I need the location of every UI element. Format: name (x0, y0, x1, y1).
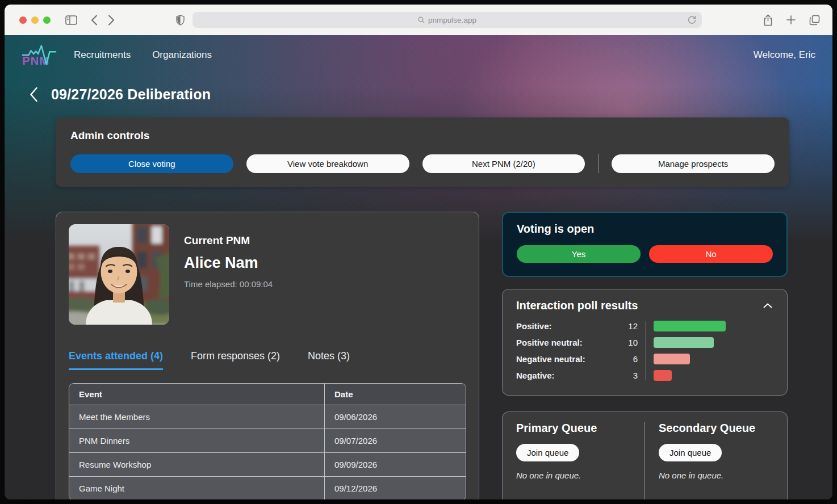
nav-item-organizations[interactable]: Organizations (152, 49, 212, 61)
tab-overview-icon[interactable] (809, 15, 820, 26)
back-chevron-icon[interactable] (30, 87, 38, 102)
poll-bar-cell (654, 354, 773, 364)
welcome-text: Welcome, Eric (754, 49, 815, 61)
admin-controls-card: Admin controls Close voting View vote br… (56, 117, 789, 187)
zoom-window-button[interactable] (43, 16, 51, 24)
sidebar-toggle-icon[interactable] (65, 15, 77, 25)
collapse-chevron-icon[interactable] (762, 302, 773, 309)
secondary-queue-heading: Secondary Queue (659, 422, 773, 435)
event-cell: Resume Workshop (69, 452, 325, 476)
traffic-lights (19, 16, 51, 24)
reload-icon[interactable] (687, 15, 697, 26)
secondary-queue: Secondary Queue Join queue No one in que… (645, 422, 773, 499)
date-cell: 09/09/2026 (325, 452, 466, 476)
table-header-row: Event Date (69, 384, 466, 405)
interaction-poll-card: Interaction poll results Positive:12Posi… (502, 289, 788, 396)
search-icon (418, 16, 425, 23)
primary-queue: Primary Queue Join queue No one in queue… (516, 422, 645, 499)
vote-yes-button[interactable]: Yes (517, 245, 641, 263)
new-tab-icon[interactable] (786, 15, 796, 24)
url-text: pnmpulse.app (428, 16, 476, 24)
event-cell: PNM Dinners (69, 429, 325, 452)
poll-value: 6 (617, 354, 638, 364)
pnm-logo[interactable]: PNM (22, 42, 58, 68)
browser-window: pnmpulse.app (5, 5, 832, 499)
close-window-button[interactable] (19, 16, 27, 24)
manage-prospects-button[interactable]: Manage prospects (612, 154, 775, 173)
tab-events[interactable]: Events attended (4) (69, 350, 163, 370)
secondary-queue-empty-text: No one in queue. (659, 471, 773, 480)
poll-heading: Interaction poll results (516, 299, 638, 312)
time-elapsed: Time elapsed: 00:09:04 (184, 279, 273, 289)
current-pnm-card: Current PNM Alice Nam Time elapsed: 00:0… (56, 212, 479, 499)
minimize-window-button[interactable] (31, 16, 39, 24)
pnm-name: Alice Nam (184, 254, 273, 272)
date-cell: 09/06/2026 (325, 405, 466, 429)
poll-value: 12 (617, 321, 638, 331)
primary-queue-heading: Primary Queue (516, 422, 631, 435)
poll-value: 3 (617, 371, 638, 380)
primary-join-queue-button[interactable]: Join queue (516, 444, 579, 461)
page-title: 09/27/2026 Deliberation (51, 86, 211, 103)
poll-bar (654, 337, 714, 348)
current-pnm-heading: Current PNM (184, 234, 273, 247)
poll-value: 10 (617, 338, 638, 347)
event-cell: Game Night (69, 476, 325, 499)
button-divider (598, 154, 599, 173)
voting-status-heading: Voting is open (517, 222, 773, 236)
queues-card: Primary Queue Join queue No one in queue… (502, 411, 788, 499)
poll-bar (654, 321, 726, 331)
poll-results: Positive:12Positive neutral:10Negative n… (516, 321, 773, 381)
column-header-event: Event (69, 384, 325, 405)
primary-queue-empty-text: No one in queue. (516, 471, 631, 480)
poll-category-label: Positive: (516, 321, 617, 331)
page-header: 09/27/2026 Deliberation (5, 86, 832, 103)
secondary-join-queue-button[interactable]: Join queue (659, 444, 722, 461)
close-voting-button[interactable]: Close voting (70, 154, 233, 173)
events-table: Event Date Meet the Members09/06/2026PNM… (69, 383, 466, 499)
nav-links: RecruitmentsOrganizations (74, 49, 233, 61)
address-bar[interactable]: pnmpulse.app (192, 12, 702, 28)
next-pnm-button[interactable]: Next PNM (2/20) (422, 154, 585, 173)
privacy-shield-icon[interactable] (176, 15, 185, 26)
browser-titlebar: pnmpulse.app (5, 5, 832, 35)
poll-category-label: Positive neutral: (516, 338, 617, 347)
table-row: Meet the Members09/06/2026 (69, 405, 466, 429)
admin-controls-heading: Admin controls (70, 129, 775, 142)
tab-notes[interactable]: Notes (3) (308, 350, 350, 370)
share-icon[interactable] (763, 14, 773, 26)
table-row: Resume Workshop09/09/2026 (69, 452, 466, 476)
column-header-date: Date (325, 384, 466, 405)
poll-category-label: Negative: (516, 371, 617, 380)
date-cell: 09/07/2026 (325, 429, 466, 452)
tab-forms[interactable]: Form responses (2) (191, 350, 280, 370)
view-vote-breakdown-button[interactable]: View vote breakdown (246, 154, 409, 173)
app-content: PNM RecruitmentsOrganizations Welcome, E… (5, 35, 832, 499)
forward-icon[interactable] (108, 15, 115, 26)
poll-bar-cell (654, 337, 773, 348)
poll-bar-cell (654, 321, 773, 331)
pnm-tabs: Events attended (4)Form responses (2)Not… (69, 350, 466, 370)
vote-no-button[interactable]: No (649, 245, 773, 263)
poll-category-label: Negative neutral: (516, 354, 617, 364)
date-cell: 09/12/2026 (325, 476, 466, 499)
poll-bar-cell (654, 370, 773, 381)
nav-item-recruitments[interactable]: Recruitments (74, 49, 131, 61)
table-row: PNM Dinners09/07/2026 (69, 429, 466, 452)
back-icon[interactable] (91, 15, 98, 26)
poll-bar (654, 354, 690, 364)
table-row: Game Night09/12/2026 (69, 476, 466, 499)
app-navbar: PNM RecruitmentsOrganizations Welcome, E… (5, 35, 832, 75)
pnm-photo (69, 224, 169, 325)
poll-bar (654, 370, 672, 381)
event-cell: Meet the Members (69, 405, 325, 429)
voting-status-card: Voting is open Yes No (502, 212, 788, 277)
